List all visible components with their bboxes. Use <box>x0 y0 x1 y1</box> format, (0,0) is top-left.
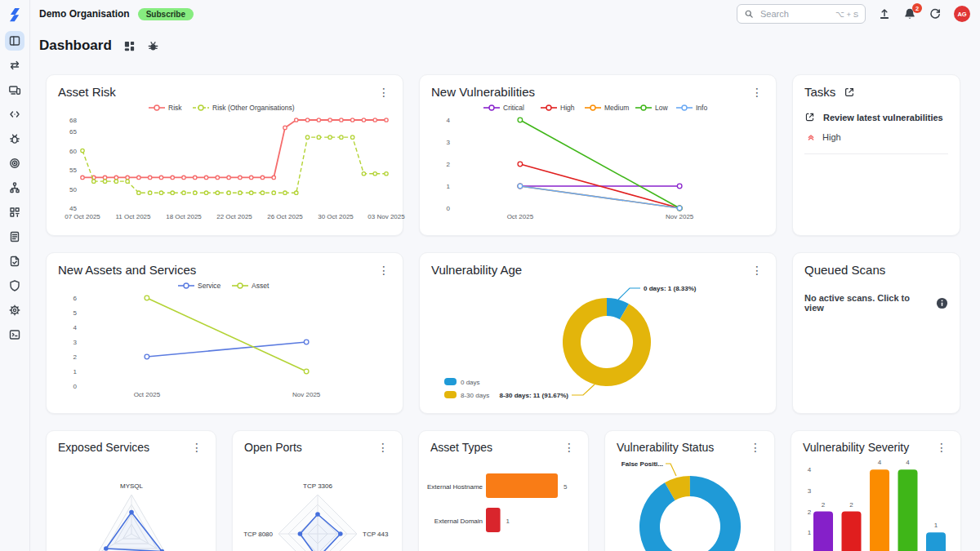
kebab-menu-icon[interactable]: ⋮ <box>376 264 391 276</box>
search-input[interactable] <box>759 8 831 20</box>
kebab-menu-icon[interactable]: ⋮ <box>748 442 763 453</box>
bug-icon <box>147 40 159 52</box>
org-name: Demo Organisation <box>39 8 130 20</box>
vulnerability-severity-chart: 432122441 <box>803 455 949 551</box>
sidebar-item-sitemap[interactable] <box>5 178 24 198</box>
svg-text:Service: Service <box>198 282 221 290</box>
topbar: Demo Organisation Subscribe ⌥ + S 2 AG <box>30 0 980 28</box>
widgets-button[interactable] <box>123 40 136 52</box>
card-title: Asset Risk <box>58 85 116 99</box>
bug-icon <box>8 132 21 145</box>
svg-text:5: 5 <box>74 309 78 317</box>
kebab-menu-icon[interactable]: ⋮ <box>750 264 764 276</box>
svg-text:8-30 days: 8-30 days <box>461 392 489 399</box>
dashboard-grid: Asset Risk ⋮ RiskRisk (Other Organisatio… <box>30 54 980 551</box>
svg-text:Nov 2025: Nov 2025 <box>666 213 694 220</box>
task-priority: High <box>806 132 948 142</box>
svg-text:0: 0 <box>447 205 451 212</box>
page-titlebar: Dashboard <box>30 28 980 54</box>
card-title: Vulnerability Status <box>617 441 714 454</box>
subscribe-button[interactable]: Subscribe <box>138 8 194 20</box>
search-box[interactable]: ⌥ + S <box>737 4 866 24</box>
svg-text:65: 65 <box>69 128 77 136</box>
svg-text:6: 6 <box>74 295 78 302</box>
svg-text:4: 4 <box>74 324 78 331</box>
search-icon <box>744 9 754 19</box>
notifications-button[interactable]: 2 <box>903 7 916 20</box>
svg-text:30 Oct 2025: 30 Oct 2025 <box>318 213 354 220</box>
task-label: Review latest vulnerabilities <box>823 113 943 122</box>
sidebar-item-devices[interactable] <box>5 80 24 100</box>
sidebar <box>0 0 30 551</box>
debug-button[interactable] <box>147 40 159 52</box>
card-title: Asset Types <box>430 441 492 454</box>
svg-text:3: 3 <box>808 487 812 495</box>
svg-text:High: High <box>560 104 575 112</box>
sidebar-item-grid-dots[interactable] <box>5 202 24 222</box>
svg-text:18 Oct 2025: 18 Oct 2025 <box>166 213 202 220</box>
svg-text:MYSQL: MYSQL <box>120 482 144 490</box>
sidebar-item-target[interactable] <box>5 153 24 173</box>
sidebar-item-shield[interactable] <box>5 276 24 295</box>
asset-risk-chart: RiskRisk (Other Organisations)4550556065… <box>58 100 391 221</box>
svg-text:1: 1 <box>506 518 510 525</box>
refresh-button[interactable] <box>929 7 942 20</box>
sitemap-icon <box>8 181 21 194</box>
svg-text:5: 5 <box>564 483 568 491</box>
sidebar-item-arrows-exchange[interactable] <box>5 56 24 75</box>
kebab-menu-icon[interactable]: ⋮ <box>934 442 949 453</box>
upload-icon <box>878 7 891 20</box>
notification-badge: 2 <box>912 3 922 13</box>
svg-text:TCP 3306: TCP 3306 <box>303 482 332 490</box>
kebab-menu-icon[interactable]: ⋮ <box>376 442 390 453</box>
document-icon <box>8 230 21 243</box>
open-ports-chart: TCP 3306TCP 443TCP 8080 <box>244 455 390 551</box>
card-asset-types: Asset Types ⋮ External Hostname5External… <box>418 430 589 551</box>
svg-text:1: 1 <box>447 183 451 190</box>
svg-text:TCP 443: TCP 443 <box>363 531 389 538</box>
kebab-menu-icon[interactable]: ⋮ <box>189 442 204 453</box>
queued-scans-message: No active scans. Click to view <box>804 293 926 313</box>
sidebar-nav <box>5 31 24 344</box>
task-item[interactable]: Review latest vulnerabilities <box>804 112 948 122</box>
new-assets-services-chart: ServiceAsset0123456Oct 2025Nov 2025 <box>58 278 391 399</box>
app-logo-icon[interactable] <box>7 7 23 23</box>
sidebar-item-document[interactable] <box>5 227 24 247</box>
svg-text:Critical: Critical <box>503 104 524 112</box>
upload-button[interactable] <box>878 7 891 20</box>
svg-text:3: 3 <box>74 339 78 346</box>
svg-text:45: 45 <box>69 205 77 212</box>
card-title: New Vulnerabilities <box>431 85 535 99</box>
svg-text:60: 60 <box>69 148 77 155</box>
avatar[interactable]: AG <box>954 6 970 22</box>
card-exposed-services: Exposed Services ⋮ MYSQL <box>46 430 216 551</box>
sidebar-item-terminal[interactable] <box>5 325 24 344</box>
svg-text:External Domain: External Domain <box>434 518 483 525</box>
kebab-menu-icon[interactable]: ⋮ <box>376 87 391 98</box>
svg-text:Oct 2025: Oct 2025 <box>507 213 534 220</box>
open-tasks-button[interactable] <box>844 87 855 98</box>
queued-scans-row[interactable]: No active scans. Click to view <box>804 293 948 313</box>
svg-text:0: 0 <box>74 383 78 390</box>
svg-text:2: 2 <box>74 353 78 361</box>
svg-text:Medium: Medium <box>604 104 629 112</box>
svg-text:Nov 2025: Nov 2025 <box>292 391 321 398</box>
svg-text:2: 2 <box>808 509 812 516</box>
kebab-menu-icon[interactable]: ⋮ <box>750 87 764 98</box>
card-vulnerability-status: Vulnerability Status ⋮ False Positi... <box>604 430 775 551</box>
sidebar-item-dashboard[interactable] <box>5 31 24 51</box>
kebab-menu-icon[interactable]: ⋮ <box>562 442 577 453</box>
card-vulnerability-age: Vulnerability Age ⋮ 0 days: 1 (8.33%)8-3… <box>419 252 777 414</box>
svg-text:1: 1 <box>74 368 78 375</box>
grid-dots-icon <box>8 206 21 219</box>
svg-text:22 Oct 2025: 22 Oct 2025 <box>216 213 252 220</box>
info-icon[interactable] <box>936 297 948 309</box>
card-queued-scans: Queued Scans No active scans. Click to v… <box>792 252 960 414</box>
sidebar-item-settings[interactable] <box>5 300 24 320</box>
card-title: Queued Scans <box>804 263 885 277</box>
svg-text:55: 55 <box>69 167 77 174</box>
svg-text:4: 4 <box>878 459 882 466</box>
sidebar-item-code[interactable] <box>5 104 24 124</box>
sidebar-item-file-check[interactable] <box>5 251 24 271</box>
sidebar-item-bug[interactable] <box>5 129 24 149</box>
